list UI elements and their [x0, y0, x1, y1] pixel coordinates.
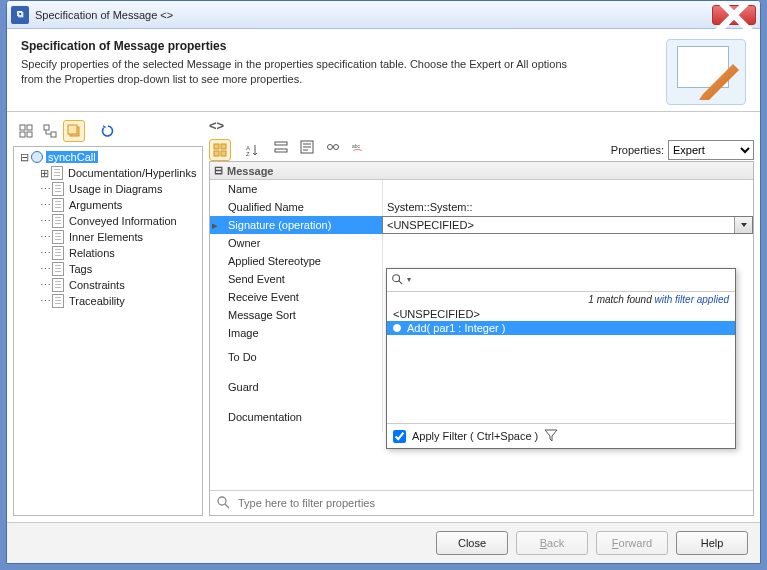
tree-root[interactable]: ⊟ synchCall [16, 149, 200, 165]
tree-root-label: synchCall [46, 151, 98, 163]
tree-dots: ⋯ [40, 263, 51, 276]
tree-dots: ⋯ [40, 247, 51, 260]
back-button[interactable]: Back [516, 531, 588, 555]
property-value[interactable]: <UNSPECIFIED> [382, 216, 753, 234]
tree-item-label: Traceability [67, 295, 127, 307]
collapse-group-icon[interactable]: ⊟ [214, 164, 223, 177]
property-name: To Do [210, 342, 382, 372]
svg-rect-0 [20, 125, 25, 130]
toolbar-view3-button[interactable] [63, 120, 85, 142]
expand-toggle[interactable]: ⊟ [18, 151, 30, 164]
toolbar-view2-button[interactable] [39, 120, 61, 142]
refresh-icon [101, 124, 115, 138]
document-icon [50, 166, 64, 180]
document-icon [51, 182, 65, 196]
popup-option-list[interactable]: <UNSPECIFIED> Add( par1 : Integer ) [387, 307, 735, 423]
property-name: Guard [210, 372, 382, 402]
sort-icon: AZ [245, 143, 259, 157]
cards-icon [67, 124, 81, 138]
tree-item-label: Tags [67, 263, 94, 275]
signature-dropdown-popup[interactable]: ▾ 1 match found with filter applied <UNS… [386, 268, 736, 449]
property-row[interactable]: Qualified NameSystem::System:: [210, 198, 753, 216]
document-icon [51, 198, 65, 212]
navigator-tree[interactable]: ⊟ synchCall ⊞ Documentation/Hyperlinks ⋯… [13, 146, 203, 516]
sort-button[interactable]: AZ [241, 139, 263, 161]
tree-item[interactable]: ⋯ Conveyed Information [16, 213, 200, 229]
property-name: Documentation [210, 402, 382, 432]
property-name: Applied Stereotype [210, 252, 382, 270]
group-header[interactable]: ⊟ Message [210, 162, 753, 180]
show-elements-button[interactable] [325, 139, 341, 155]
property-row[interactable]: Owner [210, 234, 753, 252]
description-icon [300, 140, 314, 154]
tree-item[interactable]: ⋯ Arguments [16, 197, 200, 213]
svg-rect-3 [27, 132, 32, 137]
property-value[interactable]: System::System:: [382, 198, 753, 216]
tree-item[interactable]: ⋯ Tags [16, 261, 200, 277]
abc-button[interactable]: abc [351, 139, 367, 155]
option-label: <UNSPECIFIED> [393, 308, 480, 320]
property-value[interactable] [382, 180, 753, 198]
tree-item[interactable]: ⋯ Inner Elements [16, 229, 200, 245]
property-name: Name [210, 180, 382, 198]
dropdown-button[interactable] [734, 217, 752, 233]
refresh-button[interactable] [97, 120, 119, 142]
svg-rect-14 [275, 142, 287, 145]
breadcrumb: <> [209, 118, 224, 133]
window-close-button[interactable] [712, 5, 756, 25]
document-icon [51, 230, 65, 244]
help-button[interactable]: Help [676, 531, 748, 555]
property-name: Signature (operation) [210, 216, 382, 234]
document-icon [51, 294, 65, 308]
svg-text:abc: abc [352, 144, 360, 149]
popup-option[interactable]: <UNSPECIFIED> [387, 307, 735, 321]
button-bar: Close Back Forward Help [7, 522, 760, 563]
tree-item[interactable]: ⋯ Relations [16, 245, 200, 261]
titlebar[interactable]: ⧉ Specification of Message <> [7, 1, 760, 29]
header-title: Specification of Message properties [21, 39, 652, 53]
apply-filter-checkbox[interactable] [393, 430, 406, 443]
search-icon [391, 273, 403, 285]
tree-item-label: Constraints [67, 279, 127, 291]
properties-mode-select[interactable]: Expert [668, 140, 754, 160]
toolbar-view1-button[interactable] [15, 120, 37, 142]
close-button[interactable]: Close [436, 531, 508, 555]
navigator-panel: ⊟ synchCall ⊞ Documentation/Hyperlinks ⋯… [13, 118, 203, 516]
filter-input[interactable] [236, 496, 747, 510]
svg-rect-9 [221, 144, 226, 149]
header: Specification of Message properties Spec… [7, 29, 760, 112]
property-value[interactable] [382, 234, 753, 252]
show-description-button[interactable] [299, 139, 315, 155]
tree-dots: ⋯ [40, 231, 51, 244]
tree-item-label: Conveyed Information [67, 215, 179, 227]
dropdown-arrow-icon[interactable]: ▾ [407, 275, 411, 284]
property-row[interactable]: Signature (operation)<UNSPECIFIED> [210, 216, 753, 234]
property-name: Message Sort [210, 306, 382, 324]
tree-item-label: Relations [67, 247, 117, 259]
popup-option[interactable]: Add( par1 : Integer ) [387, 321, 735, 335]
grid-icon [19, 124, 33, 138]
filter-funnel-icon[interactable] [544, 428, 558, 444]
group-name: Message [227, 165, 273, 177]
categorize-button[interactable] [209, 139, 231, 161]
tree-item-label: Usage in Diagrams [67, 183, 165, 195]
popup-search-input[interactable]: ▾ [391, 273, 411, 285]
apply-filter-label: Apply Filter ( Ctrl+Space ) [412, 430, 538, 442]
navigator-toolbar [13, 118, 203, 146]
tree-item[interactable]: ⋯ Constraints [16, 277, 200, 293]
tree-item[interactable]: ⋯ Usage in Diagrams [16, 181, 200, 197]
tree-item[interactable]: ⋯ Traceability [16, 293, 200, 309]
tree-item[interactable]: ⊞ Documentation/Hyperlinks [16, 165, 200, 181]
header-description: Specify properties of the selected Messa… [21, 57, 581, 87]
popup-footer: Apply Filter ( Ctrl+Space ) [387, 423, 735, 448]
svg-rect-7 [68, 125, 77, 134]
app-icon: ⧉ [11, 6, 29, 24]
svg-text:Z: Z [246, 151, 250, 157]
popup-status: 1 match found with filter applied [387, 292, 735, 307]
options-row: AZ abc Properties: [209, 139, 754, 161]
expand-all-button[interactable] [273, 139, 289, 155]
expand-toggle[interactable]: ⊞ [38, 167, 50, 180]
filter-row [210, 490, 753, 515]
property-row[interactable]: Name [210, 180, 753, 198]
forward-button[interactable]: Forward [596, 531, 668, 555]
